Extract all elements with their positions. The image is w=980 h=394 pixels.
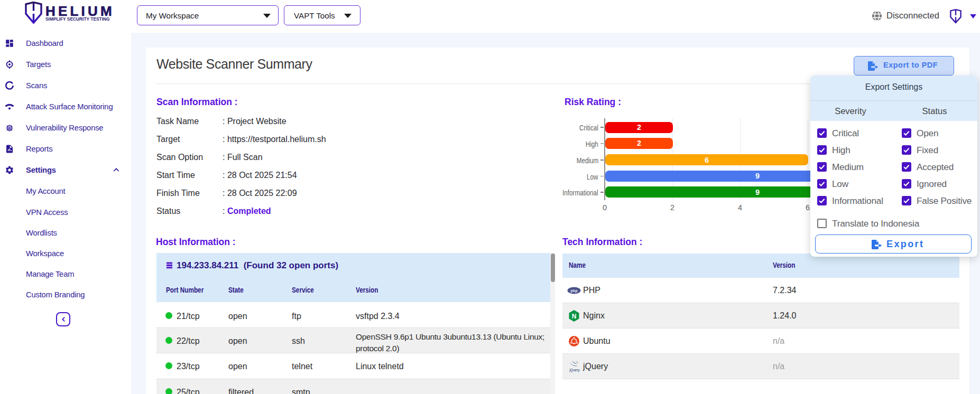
svg-text:jQuery: jQuery — [569, 368, 580, 372]
svg-text:N: N — [572, 313, 577, 320]
svg-text:php: php — [571, 289, 578, 293]
